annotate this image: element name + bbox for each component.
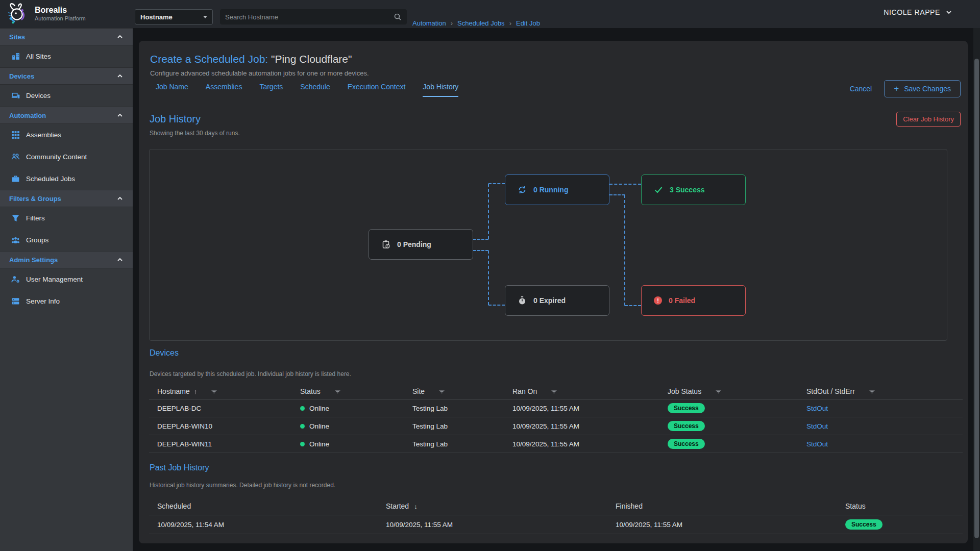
people-icon xyxy=(11,153,20,161)
sidebar-item-assemblies[interactable]: Assemblies xyxy=(0,124,133,146)
status-cell: Online xyxy=(292,422,404,430)
breadcrumb-scheduled-jobs[interactable]: Scheduled Jobs xyxy=(457,19,505,27)
column-header-site[interactable]: Site xyxy=(404,387,504,395)
save-changes-button[interactable]: + Save Changes xyxy=(884,80,961,97)
past-job-row: 10/09/2025, 11:54 AM 10/09/2025, 11:55 A… xyxy=(149,515,963,534)
column-header-started[interactable]: Started ↓ xyxy=(378,502,607,510)
status-cell: Success xyxy=(837,519,963,530)
job-status-cell: Success xyxy=(659,439,798,449)
job-status-cell: Success xyxy=(659,421,798,431)
flow-node-label: 0 Pending xyxy=(397,240,431,248)
sync-icon xyxy=(518,185,527,194)
chevron-up-icon xyxy=(116,195,124,202)
column-header-ran-on[interactable]: Ran On xyxy=(504,387,659,395)
hostname-cell: DEEPLAB-WIN10 xyxy=(149,422,292,430)
search-bar[interactable] xyxy=(220,9,407,24)
flow-connector xyxy=(488,183,505,184)
section-title: Automation xyxy=(9,112,46,119)
clear-job-history-button[interactable]: Clear Job History xyxy=(896,112,961,127)
tab-execution-context[interactable]: Execution Context xyxy=(348,83,406,97)
search-input[interactable] xyxy=(225,13,383,21)
column-header-stdout-stderr[interactable]: StdOut / StdErr xyxy=(798,387,963,395)
sidebar-item-devices[interactable]: Devices xyxy=(0,85,133,107)
sidebar-section-admin-settings[interactable]: Admin Settings xyxy=(0,251,133,268)
sidebar-section-automation[interactable]: Automation xyxy=(0,107,133,124)
started-cell: 10/09/2025, 11:55 AM xyxy=(378,521,607,529)
timer-icon xyxy=(518,296,527,305)
sidebar-section-filters-groups[interactable]: Filters & Groups xyxy=(0,190,133,207)
scheduled-job-card: Create a Scheduled Job: "Ping Cloudflare… xyxy=(139,41,968,543)
sidebar-section-sites[interactable]: Sites xyxy=(0,28,133,45)
sidebar-item-user-management[interactable]: User Management xyxy=(0,268,133,290)
flow-connector xyxy=(625,305,641,306)
past-job-history-heading: Past Job History xyxy=(150,463,209,472)
filter-icon[interactable] xyxy=(550,388,558,395)
sidebar-item-label: Community Content xyxy=(26,153,87,161)
flow-connector xyxy=(488,184,489,239)
stdout-link[interactable]: StdOut xyxy=(806,422,828,430)
filter-icon[interactable] xyxy=(715,388,722,395)
section-title: Filters & Groups xyxy=(9,195,61,203)
sidebar-item-server-info[interactable]: Server Info xyxy=(0,290,133,312)
server-icon xyxy=(11,297,20,306)
briefcase-icon xyxy=(11,174,20,183)
column-header-status[interactable]: Status xyxy=(292,387,404,395)
plus-icon: + xyxy=(894,85,899,92)
hostname-filter-select[interactable]: Hostname xyxy=(135,9,213,24)
tab-assemblies[interactable]: Assemblies xyxy=(206,83,242,97)
sort-asc-icon: ↑ xyxy=(194,388,198,395)
page-title-job-name: "Ping Cloudflare" xyxy=(268,53,352,65)
column-header-job-status[interactable]: Job Status xyxy=(659,387,798,395)
ran-on-cell: 10/09/2025, 11:55 AM xyxy=(504,405,659,412)
check-icon xyxy=(654,185,663,194)
scrollbar-thumb[interactable] xyxy=(974,59,979,538)
filter-icon[interactable] xyxy=(210,388,218,395)
grid-icon xyxy=(11,131,20,139)
app-logo: Borealis Automation Platform xyxy=(6,2,86,26)
filter-icon[interactable] xyxy=(868,388,876,395)
flow-node-expired: 0 Expired xyxy=(505,285,609,316)
sidebar-item-label: Assemblies xyxy=(26,131,61,139)
sidebar-item-community-content[interactable]: Community Content xyxy=(0,146,133,168)
chevron-up-icon xyxy=(116,72,124,80)
tab-job-history[interactable]: Job History xyxy=(423,83,458,97)
filter-icon[interactable] xyxy=(438,388,446,395)
breadcrumb-edit-job[interactable]: Edit Job xyxy=(516,19,540,27)
success-badge: Success xyxy=(668,403,705,413)
sidebar-item-scheduled-jobs[interactable]: Scheduled Jobs xyxy=(0,168,133,190)
online-dot-icon xyxy=(300,424,305,429)
stdout-link[interactable]: StdOut xyxy=(806,405,828,412)
filter-icon[interactable] xyxy=(334,388,341,395)
sidebar-item-all-sites[interactable]: All Sites xyxy=(0,45,133,67)
cancel-button[interactable]: Cancel xyxy=(850,85,872,93)
chevron-up-icon xyxy=(116,112,124,119)
scrollbar-track[interactable] xyxy=(973,28,980,551)
sidebar-section-devices[interactable]: Devices xyxy=(0,67,133,85)
hostname-cell: DEEPLAB-WIN11 xyxy=(149,440,292,448)
section-title: Devices xyxy=(9,72,34,80)
flow-connector xyxy=(609,194,625,195)
flow-node-running: 0 Running xyxy=(505,174,609,205)
column-header-finished[interactable]: Finished xyxy=(607,502,837,510)
sidebar-item-label: All Sites xyxy=(26,53,51,60)
page-title: Create a Scheduled Job: "Ping Cloudflare… xyxy=(150,53,352,65)
sidebar-item-groups[interactable]: Groups xyxy=(0,229,133,251)
success-badge: Success xyxy=(668,439,705,449)
site-cell: Testing Lab xyxy=(404,422,504,430)
sidebar-item-filters[interactable]: Filters xyxy=(0,207,133,229)
tab-bar: Job Name Assemblies Targets Schedule Exe… xyxy=(156,83,458,97)
flow-node-label: 3 Success xyxy=(670,186,705,194)
column-header-scheduled[interactable]: Scheduled xyxy=(149,502,378,510)
column-header-hostname[interactable]: Hostname ↑ xyxy=(149,387,292,395)
devices-subheading: Devices targeted by this scheduled job. … xyxy=(150,370,351,378)
user-name: NICOLE RAPPE xyxy=(884,8,940,16)
tab-targets[interactable]: Targets xyxy=(259,83,283,97)
breadcrumb-automation[interactable]: Automation xyxy=(412,19,446,27)
stdout-link[interactable]: StdOut xyxy=(806,440,828,448)
user-menu[interactable]: NICOLE RAPPE xyxy=(884,8,952,16)
column-header-status[interactable]: Status xyxy=(837,502,963,510)
user-gear-icon xyxy=(11,275,20,284)
tab-schedule[interactable]: Schedule xyxy=(300,83,330,97)
tab-job-name[interactable]: Job Name xyxy=(156,83,188,97)
success-badge: Success xyxy=(668,421,705,431)
